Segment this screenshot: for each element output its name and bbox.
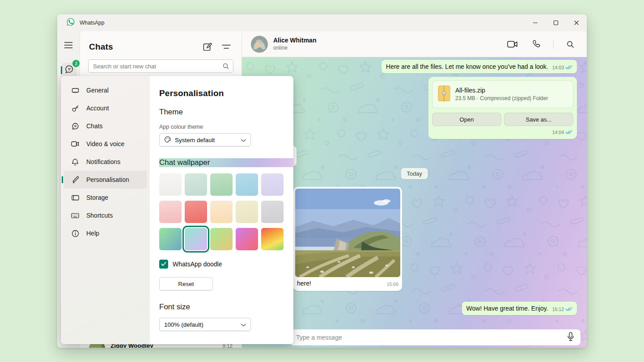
window-controls xyxy=(525,14,587,31)
wallpaper-swatch-2[interactable] xyxy=(185,173,207,196)
settings-nav: General Account Chats Video & voice Noti… xyxy=(61,76,150,344)
font-size-value: 100% (default) xyxy=(164,321,203,328)
font-size-heading: Font size xyxy=(159,303,293,311)
bell-icon xyxy=(71,158,79,166)
settings-item-chats[interactable]: Chats xyxy=(64,117,147,135)
settings-item-label: Video & voice xyxy=(86,140,124,147)
theme-heading: Theme xyxy=(159,108,293,117)
palette-icon xyxy=(164,136,171,144)
settings-item-account[interactable]: Account xyxy=(64,99,147,117)
video-call-button[interactable] xyxy=(505,38,520,50)
date-divider: Today xyxy=(401,168,428,179)
chevron-down-icon xyxy=(241,137,246,143)
message-time: 14:03 xyxy=(552,65,564,70)
monitor-icon xyxy=(71,87,79,94)
chat-bubble-icon xyxy=(71,122,79,130)
file-name: All-files.zip xyxy=(455,86,548,95)
settings-item-help[interactable]: Help xyxy=(64,224,147,242)
message-text: Wow! Have great time. Enjoy. xyxy=(466,305,548,312)
chats-panel-title: Chats xyxy=(89,42,113,52)
settings-item-video-voice[interactable]: Video & voice xyxy=(64,135,147,153)
search-in-chat-button[interactable] xyxy=(564,38,576,50)
whatsapp-doodle-checkbox[interactable] xyxy=(159,260,168,269)
message-input-bar xyxy=(290,329,580,345)
active-tab-indicator xyxy=(61,66,62,74)
settings-item-personalisation[interactable]: Personalisation xyxy=(64,171,147,189)
wallpaper-swatch-3[interactable] xyxy=(210,173,233,196)
info-icon xyxy=(71,230,79,237)
unread-badge: 3 xyxy=(72,60,80,67)
file-card[interactable]: All-files.zip 23.5 MB · Compressed (zipp… xyxy=(432,80,573,108)
contact-avatar[interactable] xyxy=(251,36,268,53)
theme-value: System default xyxy=(175,137,215,143)
conversation-pane: Alice Whitman online xyxy=(242,31,587,348)
wallpaper-swatch-1[interactable] xyxy=(159,173,182,196)
photo-mountain-landscape[interactable] xyxy=(295,189,400,277)
wallpaper-swatch-6[interactable] xyxy=(159,201,182,223)
message-outgoing[interactable]: Wow! Have great time. Enjoy. 15:12 xyxy=(462,302,577,315)
settings-item-shortcuts[interactable]: Shortcuts xyxy=(64,206,147,224)
message-input[interactable] xyxy=(296,334,567,341)
new-chat-button[interactable] xyxy=(201,40,214,53)
storage-card-icon xyxy=(71,195,79,201)
paintbrush-icon xyxy=(71,176,79,184)
menu-icon[interactable] xyxy=(64,42,80,50)
open-file-button[interactable]: Open xyxy=(432,113,501,126)
chat-wallpaper-heading: Chat wallpaper xyxy=(159,158,293,167)
chat-bubble-icon xyxy=(65,65,74,76)
theme-dropdown[interactable]: System default xyxy=(159,133,251,147)
wallpaper-swatch-8[interactable] xyxy=(210,201,233,223)
settings-item-label: Account xyxy=(86,105,109,112)
close-button[interactable] xyxy=(566,14,587,31)
wallpaper-swatch-11[interactable] xyxy=(159,228,182,250)
save-file-button[interactable]: Save as... xyxy=(504,113,573,126)
message-text: Here are all the files. Let me know once… xyxy=(386,63,548,70)
reset-button[interactable]: Reset xyxy=(159,277,213,290)
settings-item-notifications[interactable]: Notifications xyxy=(64,153,147,171)
search-icon xyxy=(222,63,229,72)
minimize-button[interactable] xyxy=(525,14,546,31)
key-icon xyxy=(71,105,79,112)
app-colour-theme-label: App colour theme xyxy=(159,124,293,130)
contact-status: online xyxy=(273,45,316,51)
zip-file-icon xyxy=(438,85,450,103)
settings-item-label: Storage xyxy=(86,194,108,201)
message-time: 15:12 xyxy=(552,307,564,312)
wallpaper-swatch-grid xyxy=(159,173,287,250)
search-input[interactable] xyxy=(88,59,233,73)
read-receipt-icon xyxy=(565,306,572,313)
settings-item-label: Help xyxy=(86,230,99,237)
maximize-button[interactable] xyxy=(546,14,566,31)
settings-item-label: Personalisation xyxy=(86,176,129,183)
settings-item-label: Shortcuts xyxy=(86,212,113,219)
message-image[interactable]: here! 15:06 xyxy=(293,187,402,291)
settings-item-general[interactable]: General xyxy=(64,81,147,99)
wallpaper-swatch-12-selected[interactable] xyxy=(185,228,207,250)
voice-call-button[interactable] xyxy=(530,38,542,50)
contact-name: Alice Whitman xyxy=(273,37,316,45)
wallpaper-swatch-15[interactable] xyxy=(261,228,284,250)
wallpaper-swatch-5[interactable] xyxy=(261,173,284,196)
read-receipt-icon xyxy=(565,64,572,71)
wallpaper-swatch-7[interactable] xyxy=(185,201,207,223)
wallpaper-swatch-10[interactable] xyxy=(261,201,284,223)
image-caption: here! xyxy=(297,280,311,287)
settings-item-label: Notifications xyxy=(86,158,120,165)
message-outgoing[interactable]: Here are all the files. Let me know once… xyxy=(381,60,577,73)
rail-chats-tab[interactable]: 3 xyxy=(62,63,77,78)
wallpaper-swatch-4[interactable] xyxy=(236,173,258,196)
message-file-attachment[interactable]: All-files.zip 23.5 MB · Compressed (zipp… xyxy=(428,77,577,139)
message-time: 14:04 xyxy=(552,130,564,135)
wallpaper-swatch-13[interactable] xyxy=(210,228,233,250)
font-size-dropdown[interactable]: 100% (default) xyxy=(159,318,251,331)
selected-indicator xyxy=(62,176,63,183)
settings-item-label: Chats xyxy=(86,122,103,130)
filter-chats-button[interactable] xyxy=(220,42,233,52)
personalisation-panel: Personalisation Theme App colour theme S… xyxy=(150,76,293,344)
wallpaper-swatch-9[interactable] xyxy=(236,201,258,223)
video-camera-icon xyxy=(71,141,79,147)
settings-item-storage[interactable]: Storage xyxy=(64,189,147,206)
microphone-icon[interactable] xyxy=(567,332,574,343)
wallpaper-swatch-14[interactable] xyxy=(236,228,258,250)
message-time: 15:06 xyxy=(387,282,398,287)
